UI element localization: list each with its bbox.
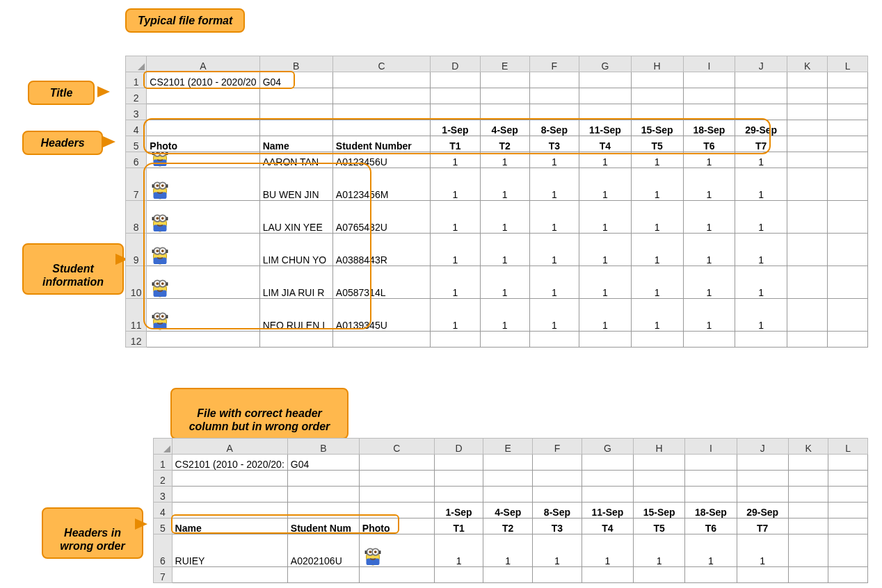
row-header[interactable]: 7 xyxy=(154,567,173,583)
cell[interactable] xyxy=(788,455,828,471)
cell[interactable] xyxy=(828,455,868,471)
cell[interactable] xyxy=(259,88,332,104)
cell-sid[interactable]: A0388443R xyxy=(332,234,430,266)
cell[interactable] xyxy=(529,72,579,88)
cell-header[interactable]: Photo xyxy=(147,136,259,152)
col-header[interactable]: H xyxy=(631,56,683,72)
col-header[interactable]: B xyxy=(287,439,359,455)
cell[interactable] xyxy=(788,503,828,518)
cell[interactable] xyxy=(332,104,430,120)
cell[interactable] xyxy=(172,487,287,503)
cell-value[interactable]: 1 xyxy=(735,234,787,266)
cell-value[interactable]: 1 xyxy=(579,234,632,266)
cell-value[interactable]: 1 xyxy=(431,266,480,299)
cell-date[interactable]: 1-Sep xyxy=(431,120,480,136)
cell[interactable] xyxy=(147,88,259,104)
col-header[interactable]: C xyxy=(332,56,430,72)
cell[interactable] xyxy=(480,104,529,120)
cell-header[interactable]: T1 xyxy=(431,136,480,152)
cell[interactable] xyxy=(147,120,259,136)
row-header[interactable]: 3 xyxy=(154,487,173,503)
row-header[interactable]: 1 xyxy=(154,455,173,471)
cell[interactable] xyxy=(172,567,287,583)
col-header[interactable]: K xyxy=(787,56,828,72)
cell[interactable] xyxy=(787,168,828,201)
col-header[interactable]: C xyxy=(359,439,434,455)
cell-date[interactable]: 4-Sep xyxy=(483,503,533,518)
cell[interactable] xyxy=(828,503,868,518)
cell-value[interactable]: 1 xyxy=(579,152,632,168)
cell[interactable] xyxy=(147,104,259,120)
cell[interactable] xyxy=(737,455,788,471)
cell-date[interactable]: 4-Sep xyxy=(480,120,529,136)
row-header[interactable]: 2 xyxy=(154,471,173,487)
cell[interactable] xyxy=(683,88,735,104)
cell[interactable] xyxy=(787,120,828,136)
cell[interactable] xyxy=(579,104,632,120)
cell[interactable] xyxy=(828,88,868,104)
cell[interactable] xyxy=(788,471,828,487)
cell[interactable] xyxy=(359,471,434,487)
row-header[interactable]: 4 xyxy=(126,120,147,136)
cell-value[interactable]: 1 xyxy=(582,534,633,567)
cell[interactable] xyxy=(359,503,434,518)
cell[interactable] xyxy=(582,487,633,503)
cell[interactable] xyxy=(828,471,868,487)
cell-value[interactable]: 1 xyxy=(631,299,683,332)
cell-name[interactable]: LIM CHUN YO xyxy=(259,234,332,266)
cell[interactable] xyxy=(631,88,683,104)
cell[interactable] xyxy=(533,487,582,503)
cell[interactable] xyxy=(172,503,287,518)
row-header[interactable]: 2 xyxy=(126,88,147,104)
cell-name[interactable]: LAU XIN YEE xyxy=(259,201,332,234)
cell-header[interactable]: Name xyxy=(172,518,287,534)
cell-header[interactable]: Photo xyxy=(359,518,434,534)
cell-header[interactable]: T2 xyxy=(480,136,529,152)
cell-value[interactable]: 1 xyxy=(480,299,529,332)
cell-value[interactable]: 1 xyxy=(431,168,480,201)
col-header[interactable]: A xyxy=(147,56,259,72)
cell-date[interactable]: 29-Sep xyxy=(735,120,787,136)
cell[interactable] xyxy=(359,487,434,503)
col-header[interactable]: B xyxy=(259,56,332,72)
cell-value[interactable]: 1 xyxy=(631,152,683,168)
cell[interactable] xyxy=(828,534,868,567)
row-header[interactable]: 11 xyxy=(126,299,147,332)
cell-date[interactable]: 11-Sep xyxy=(579,120,632,136)
cell[interactable] xyxy=(582,455,633,471)
cell-name[interactable]: LIM JIA RUI R xyxy=(259,266,332,299)
cell-value[interactable]: 1 xyxy=(631,201,683,234)
cell-photo[interactable] xyxy=(147,266,259,299)
cell-value[interactable]: 1 xyxy=(683,234,735,266)
cell-value[interactable]: 1 xyxy=(579,201,632,234)
cell[interactable] xyxy=(787,136,828,152)
cell[interactable] xyxy=(634,567,685,583)
cell[interactable] xyxy=(787,72,828,88)
cell[interactable]: CS2101 (2010 - 2020/20: xyxy=(172,455,287,471)
cell-header[interactable]: T5 xyxy=(631,136,683,152)
cell[interactable] xyxy=(533,471,582,487)
cell-header[interactable]: T4 xyxy=(579,136,632,152)
row-header[interactable]: 7 xyxy=(126,168,147,201)
row-header[interactable]: 6 xyxy=(154,534,173,567)
cell-value[interactable]: 1 xyxy=(579,168,632,201)
cell[interactable] xyxy=(332,88,430,104)
cell-header[interactable]: Student Num xyxy=(287,518,359,534)
cell-value[interactable]: 1 xyxy=(431,299,480,332)
cell[interactable] xyxy=(634,487,685,503)
cell[interactable] xyxy=(787,104,828,120)
cell[interactable] xyxy=(685,455,737,471)
cell[interactable] xyxy=(434,455,483,471)
cell[interactable] xyxy=(259,104,332,120)
col-header[interactable]: J xyxy=(735,56,787,72)
cell[interactable]: CS2101 (2010 - 2020/20 xyxy=(147,72,259,88)
col-header[interactable]: L xyxy=(828,439,868,455)
row-header[interactable]: 4 xyxy=(154,503,173,518)
cell[interactable] xyxy=(287,567,359,583)
cell-value[interactable]: 1 xyxy=(735,152,787,168)
cell[interactable] xyxy=(287,471,359,487)
cell[interactable] xyxy=(287,503,359,518)
cell-value[interactable]: 1 xyxy=(631,266,683,299)
cell-photo[interactable] xyxy=(147,234,259,266)
cell[interactable] xyxy=(828,120,868,136)
